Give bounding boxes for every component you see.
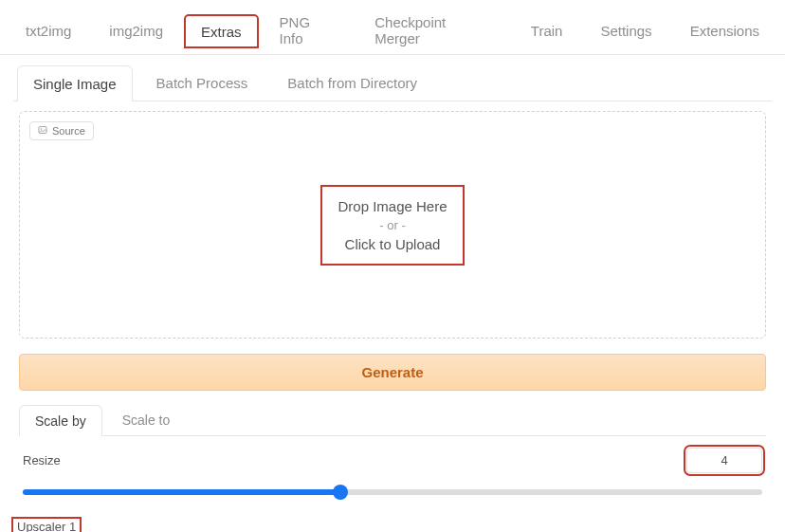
tab-scale-to[interactable]: Scale to	[106, 404, 187, 435]
dropzone-or: - or -	[338, 218, 447, 232]
image-dropzone[interactable]: Source Drop Image Here - or - Click to U…	[19, 111, 766, 339]
dropzone-line2: Click to Upload	[338, 236, 447, 252]
extras-sub-tab-bar: Single Image Batch Process Batch from Di…	[13, 64, 772, 101]
upscaler-1-label: Upscaler 1	[13, 519, 80, 532]
tab-png-info[interactable]: PNG Info	[264, 6, 354, 54]
tab-checkpoint-merger[interactable]: Checkpoint Merger	[358, 6, 509, 54]
svg-point-1	[41, 128, 43, 130]
top-tab-bar: txt2img img2img Extras PNG Info Checkpoi…	[0, 0, 785, 55]
tab-batch-process[interactable]: Batch Process	[140, 64, 265, 101]
tab-scale-by[interactable]: Scale by	[19, 405, 102, 436]
tab-txt2img[interactable]: txt2img	[9, 14, 87, 46]
tab-train[interactable]: Train	[515, 14, 579, 46]
generate-button[interactable]: Generate	[19, 354, 766, 391]
tab-img2img[interactable]: img2img	[93, 14, 179, 46]
image-icon	[38, 125, 47, 137]
dropzone-hint: Drop Image Here - or - Click to Upload	[324, 189, 460, 262]
resize-slider[interactable]	[23, 489, 762, 495]
dropzone-line1: Drop Image Here	[338, 198, 447, 214]
scale-tab-bar: Scale by Scale to	[19, 404, 766, 436]
resize-label: Resize	[23, 453, 61, 468]
source-badge[interactable]: Source	[29, 121, 94, 140]
tab-extras[interactable]: Extras	[185, 15, 258, 47]
tab-single-image[interactable]: Single Image	[17, 65, 133, 101]
source-badge-label: Source	[52, 125, 85, 137]
tab-batch-from-directory[interactable]: Batch from Directory	[271, 64, 433, 101]
tab-settings[interactable]: Settings	[584, 14, 667, 46]
resize-value-input[interactable]	[686, 448, 762, 473]
tab-extensions[interactable]: Extensions	[674, 14, 776, 46]
